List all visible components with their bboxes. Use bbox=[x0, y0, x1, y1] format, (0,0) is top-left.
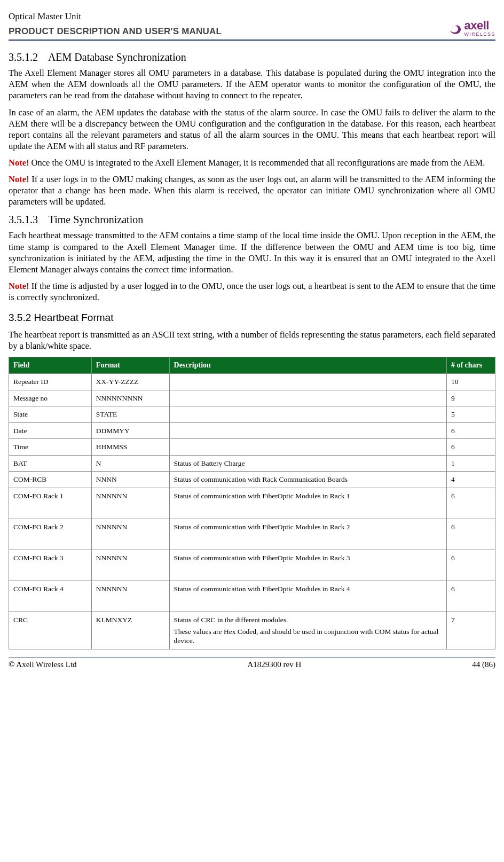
table-row: COM-FO Rack 1NNNNNNStatus of communicati… bbox=[9, 488, 495, 519]
cell-field: Date bbox=[9, 422, 92, 439]
table-row: BATNStatus of Battery Charge1 bbox=[9, 455, 495, 472]
cell-format: NNNNNN bbox=[91, 581, 169, 612]
note-label: Note! bbox=[9, 158, 29, 168]
col-field: Field bbox=[9, 357, 92, 373]
cell-chars: 9 bbox=[446, 390, 495, 406]
cell-format: DDMMYY bbox=[91, 422, 169, 439]
table-row: DateDDMMYY6 bbox=[9, 422, 495, 439]
cell-chars: 1 bbox=[446, 455, 495, 472]
cell-field: COM-FO Rack 2 bbox=[9, 519, 92, 550]
col-format: Format bbox=[91, 357, 169, 373]
table-row: Message noNNNNNNNNN9 bbox=[9, 390, 495, 406]
cell-chars: 7 bbox=[446, 612, 495, 649]
cell-description bbox=[169, 390, 446, 406]
cell-format: NNNNNN bbox=[91, 519, 169, 550]
cell-description bbox=[169, 406, 446, 423]
note-paragraph: Note! If a user logs in to the OMU makin… bbox=[9, 174, 495, 207]
cell-chars: 6 bbox=[446, 422, 495, 439]
cell-chars: 5 bbox=[446, 406, 495, 423]
heading-3-5-1-3: 3.5.1.3 Time Synchronization bbox=[9, 213, 495, 226]
footer-center: A1829300 rev H bbox=[248, 660, 302, 670]
note-label: Note! bbox=[9, 174, 29, 184]
heartbeat-table: Field Format Description # of chars Repe… bbox=[9, 357, 495, 649]
table-row: COM-FO Rack 4NNNNNNStatus of communicati… bbox=[9, 581, 495, 612]
cell-field: CRC bbox=[9, 612, 92, 649]
cell-format: NNNNNNNNN bbox=[91, 390, 169, 406]
logo-swirl-icon bbox=[445, 19, 463, 37]
cell-field: COM-FO Rack 1 bbox=[9, 488, 92, 519]
body-paragraph: The Axell Element Manager stores all OMU… bbox=[9, 67, 495, 101]
logo-sub-text: WIRELESS bbox=[464, 32, 495, 38]
cell-chars: 6 bbox=[446, 439, 495, 456]
table-row: COM-FO Rack 2NNNNNNStatus of communicati… bbox=[9, 519, 495, 550]
table-row: CRCKLMNXYZStatus of CRC in the different… bbox=[9, 612, 495, 649]
body-paragraph: In case of an alarm, the AEM updates the… bbox=[9, 107, 495, 152]
cell-format: NNNN bbox=[91, 472, 169, 488]
heading-3-5-1-2: 3.5.1.2 AEM Database Synchronization bbox=[9, 50, 495, 64]
col-chars: # of chars bbox=[446, 357, 495, 373]
cell-chars: 6 bbox=[446, 581, 495, 612]
cell-chars: 6 bbox=[446, 519, 495, 550]
col-description: Description bbox=[169, 357, 446, 373]
page-header: Optical Master Unit PRODUCT DESCRIPTION … bbox=[9, 11, 495, 41]
cell-format: HHMMSS bbox=[91, 439, 169, 456]
cell-format: N bbox=[91, 455, 169, 472]
cell-chars: 6 bbox=[446, 488, 495, 519]
note-paragraph: Note! If the time is adjusted by a user … bbox=[9, 280, 495, 303]
logo-text-stack: axell WIRELESS bbox=[464, 18, 495, 37]
header-left: Optical Master Unit PRODUCT DESCRIPTION … bbox=[9, 11, 222, 37]
cell-field: Repeater ID bbox=[9, 374, 92, 390]
section-number: 3.5.2 bbox=[9, 312, 31, 323]
cell-description: Status of communication with FiberOptic … bbox=[169, 488, 446, 519]
cell-field: COM-FO Rack 3 bbox=[9, 550, 92, 581]
cell-description bbox=[169, 374, 446, 390]
cell-description bbox=[169, 422, 446, 439]
cell-description: Status of communication with FiberOptic … bbox=[169, 519, 446, 550]
note-label: Note! bbox=[9, 281, 29, 291]
cell-description bbox=[169, 439, 446, 456]
cell-field: Message no bbox=[9, 390, 92, 406]
cell-description-extra: These values are Hex Coded, and should b… bbox=[174, 627, 442, 646]
cell-chars: 10 bbox=[446, 374, 495, 390]
page-footer: © Axell Wireless Ltd A1829300 rev H 44 (… bbox=[9, 657, 495, 670]
cell-description: Status of communication with Rack Commun… bbox=[169, 472, 446, 488]
cell-description: Status of Battery Charge bbox=[169, 455, 446, 472]
table-row: COM-FO Rack 3NNNNNNStatus of communicati… bbox=[9, 550, 495, 581]
table-header-row: Field Format Description # of chars bbox=[9, 357, 495, 373]
table-row: COM-RCBNNNNStatus of communication with … bbox=[9, 472, 495, 488]
cell-description: Status of communication with FiberOptic … bbox=[169, 581, 446, 612]
cell-format: NNNNNN bbox=[91, 550, 169, 581]
cell-field: COM-FO Rack 4 bbox=[9, 581, 92, 612]
cell-format: XX-YY-ZZZZ bbox=[91, 374, 169, 390]
table-row: Repeater IDXX-YY-ZZZZ10 bbox=[9, 374, 495, 390]
section-title: Time Synchronization bbox=[49, 214, 144, 225]
table-row: StateSTATE5 bbox=[9, 406, 495, 423]
cell-field: Time bbox=[9, 439, 92, 456]
heading-3-5-2: 3.5.2 Heartbeat Format bbox=[9, 311, 495, 325]
body-paragraph: Each heartbeat message transmitted to th… bbox=[9, 230, 495, 275]
note-body: If the time is adjusted by a user logged… bbox=[9, 281, 495, 302]
doc-subtitle: PRODUCT DESCRIPTION AND USER'S MANUAL bbox=[9, 26, 222, 37]
note-body: If a user logs in to the OMU making chan… bbox=[9, 174, 495, 207]
brand-logo: axell WIRELESS bbox=[445, 18, 495, 37]
body-paragraph: The heartbeat report is transmitted as a… bbox=[9, 329, 495, 351]
cell-description: Status of communication with FiberOptic … bbox=[169, 550, 446, 581]
cell-field: BAT bbox=[9, 455, 92, 472]
cell-chars: 4 bbox=[446, 472, 495, 488]
doc-title: Optical Master Unit bbox=[9, 11, 222, 22]
section-number: 3.5.1.2 bbox=[9, 50, 46, 64]
table-row: TimeHHMMSS6 bbox=[9, 439, 495, 456]
note-paragraph: Note! Once the OMU is integrated to the … bbox=[9, 157, 495, 168]
section-number: 3.5.1.3 bbox=[9, 213, 46, 226]
cell-chars: 6 bbox=[446, 550, 495, 581]
cell-description: Status of CRC in the different modules.T… bbox=[169, 612, 446, 649]
footer-left: © Axell Wireless Ltd bbox=[9, 660, 77, 670]
cell-format: KLMNXYZ bbox=[91, 612, 169, 649]
section-title: AEM Database Synchronization bbox=[48, 51, 186, 63]
footer-right: 44 (86) bbox=[472, 660, 495, 670]
cell-format: STATE bbox=[91, 406, 169, 423]
note-body: Once the OMU is integrated to the Axell … bbox=[29, 158, 485, 168]
cell-field: State bbox=[9, 406, 92, 423]
cell-format: NNNNNN bbox=[91, 488, 169, 519]
section-title: Heartbeat Format bbox=[34, 312, 114, 323]
